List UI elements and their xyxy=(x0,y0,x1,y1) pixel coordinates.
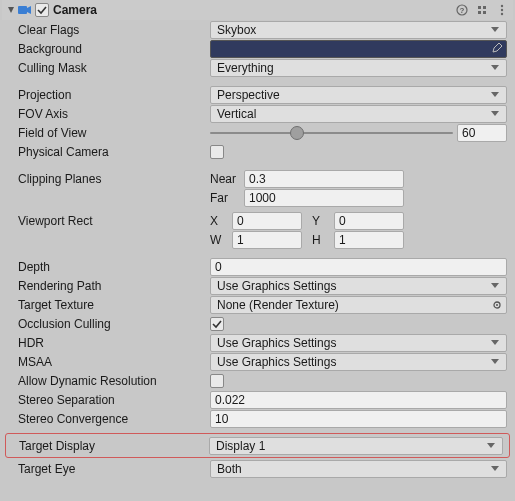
chevron-down-icon xyxy=(490,283,500,288)
physical-camera-label: Physical Camera xyxy=(18,145,210,159)
allow-dynamic-res-label: Allow Dynamic Resolution xyxy=(18,374,210,388)
fov-axis-dropdown[interactable]: Vertical xyxy=(210,105,507,123)
fov-label: Field of View xyxy=(18,126,210,140)
target-display-dropdown[interactable]: Display 1 xyxy=(209,437,503,455)
vr-x-label: X xyxy=(210,214,232,228)
clear-flags-dropdown[interactable]: Skybox xyxy=(210,21,507,39)
help-icon[interactable]: ? xyxy=(455,3,469,17)
chevron-down-icon xyxy=(490,92,500,97)
culling-mask-dropdown[interactable]: Everything xyxy=(210,59,507,77)
target-eye-dropdown[interactable]: Both xyxy=(210,460,507,478)
vr-y-label: Y xyxy=(312,214,334,228)
component-header: Camera ? xyxy=(2,0,513,20)
occlusion-culling-checkbox[interactable] xyxy=(210,317,224,331)
fov-input[interactable] xyxy=(457,124,507,142)
component-title: Camera xyxy=(53,3,455,17)
background-label: Background xyxy=(18,42,210,56)
depth-input[interactable] xyxy=(210,258,507,276)
near-label: Near xyxy=(210,172,244,186)
far-input[interactable] xyxy=(244,189,404,207)
svg-text:?: ? xyxy=(460,6,465,15)
hdr-dropdown[interactable]: Use Graphics Settings xyxy=(210,334,507,352)
near-input[interactable] xyxy=(244,170,404,188)
physical-camera-checkbox[interactable] xyxy=(210,145,224,159)
projection-dropdown[interactable]: Perspective xyxy=(210,86,507,104)
context-menu-icon[interactable] xyxy=(495,3,509,17)
msaa-label: MSAA xyxy=(18,355,210,369)
fov-slider[interactable] xyxy=(210,124,453,142)
projection-label: Projection xyxy=(18,88,210,102)
camera-inspector: Camera ? Clear Flags Skybox Background C… xyxy=(0,0,515,478)
stereo-convergence-input[interactable] xyxy=(210,410,507,428)
fov-axis-label: FOV Axis xyxy=(18,107,210,121)
depth-label: Depth xyxy=(18,260,210,274)
viewport-w-input[interactable] xyxy=(232,231,302,249)
chevron-down-icon xyxy=(486,443,496,448)
viewport-y-input[interactable] xyxy=(334,212,404,230)
svg-rect-4 xyxy=(483,6,486,9)
svg-rect-0 xyxy=(18,6,27,14)
chevron-down-icon xyxy=(490,340,500,345)
viewport-rect-label: Viewport Rect xyxy=(18,214,210,228)
svg-point-11 xyxy=(496,304,498,306)
stereo-separation-label: Stereo Separation xyxy=(18,393,210,407)
svg-rect-6 xyxy=(483,11,486,14)
eyedropper-icon[interactable] xyxy=(489,41,505,57)
allow-dynamic-res-checkbox[interactable] xyxy=(210,374,224,388)
target-texture-field[interactable]: None (Render Texture) xyxy=(210,296,507,314)
target-display-highlight: Target Display Display 1 xyxy=(5,433,510,458)
svg-point-8 xyxy=(501,9,503,11)
stereo-convergence-label: Stereo Convergence xyxy=(18,412,210,426)
chevron-down-icon xyxy=(490,111,500,116)
svg-point-9 xyxy=(501,13,503,15)
clipping-planes-label: Clipping Planes xyxy=(18,172,210,186)
vr-h-label: H xyxy=(312,233,334,247)
rendering-path-dropdown[interactable]: Use Graphics Settings xyxy=(210,277,507,295)
target-eye-label: Target Eye xyxy=(18,462,210,476)
background-color-field[interactable] xyxy=(210,40,507,58)
occlusion-culling-label: Occlusion Culling xyxy=(18,317,210,331)
chevron-down-icon xyxy=(490,359,500,364)
fov-slider-thumb[interactable] xyxy=(290,126,304,140)
chevron-down-icon xyxy=(490,27,500,32)
camera-icon xyxy=(18,3,32,17)
target-display-label: Target Display xyxy=(19,439,209,453)
svg-rect-5 xyxy=(478,11,481,14)
viewport-h-input[interactable] xyxy=(334,231,404,249)
culling-mask-label: Culling Mask xyxy=(18,61,210,75)
clear-flags-label: Clear Flags xyxy=(18,23,210,37)
foldout-toggle[interactable] xyxy=(6,5,16,15)
svg-rect-3 xyxy=(478,6,481,9)
chevron-down-icon xyxy=(490,466,500,471)
msaa-dropdown[interactable]: Use Graphics Settings xyxy=(210,353,507,371)
stereo-separation-input[interactable] xyxy=(210,391,507,409)
svg-point-7 xyxy=(501,5,503,7)
viewport-x-input[interactable] xyxy=(232,212,302,230)
target-texture-label: Target Texture xyxy=(18,298,210,312)
rendering-path-label: Rendering Path xyxy=(18,279,210,293)
chevron-down-icon xyxy=(490,65,500,70)
component-enabled-checkbox[interactable] xyxy=(35,3,49,17)
preset-icon[interactable] xyxy=(475,3,489,17)
far-label: Far xyxy=(210,191,244,205)
object-picker-icon[interactable] xyxy=(489,298,505,312)
vr-w-label: W xyxy=(210,233,232,247)
hdr-label: HDR xyxy=(18,336,210,350)
